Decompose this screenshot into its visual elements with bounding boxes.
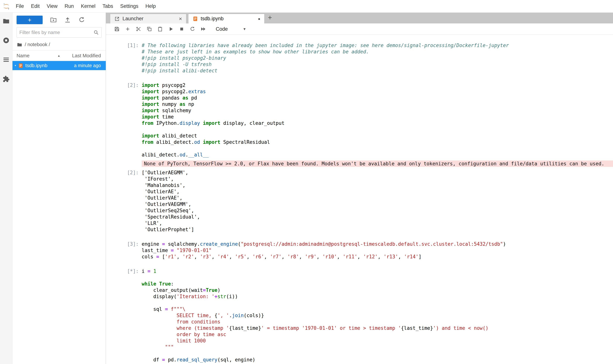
open-tabs-icon[interactable]	[3, 56, 10, 63]
output-line: 'IForest',	[142, 176, 613, 182]
code-line: # The following libraries have already b…	[142, 42, 613, 49]
code-line	[142, 300, 613, 306]
refresh-icon[interactable]	[78, 16, 85, 23]
code-cell[interactable]: [3]:engine = sqlalchemy.create_engine("p…	[106, 241, 613, 260]
output-line: 'OutlierSeq2Seq',	[142, 208, 613, 214]
menu-edit[interactable]: Edit	[27, 3, 43, 9]
upload-icon[interactable]	[64, 16, 71, 23]
cell-type-select[interactable]: Code ▾	[216, 26, 245, 32]
code-line: display('Iteration: '+str(i))	[142, 293, 613, 300]
tab-tsdb-notebook[interactable]: tsdb.ipynb ●	[188, 14, 265, 24]
code-line: engine = sqlalchemy.create_engine("postg…	[142, 241, 613, 247]
execution-prompt: [1]:	[106, 42, 142, 74]
restart-kernel-icon[interactable]	[190, 26, 195, 32]
output-line: 'OutlierVAEGMM',	[142, 201, 613, 208]
menu-settings[interactable]: Settings	[117, 3, 142, 9]
file-modified: a minute ago	[74, 63, 101, 68]
code-line: clear_output(wait=True)	[142, 287, 613, 293]
menu-file[interactable]: File	[12, 3, 27, 9]
notebook-cells: [1]:# The following libraries have alrea…	[106, 42, 613, 363]
tab-launcher[interactable]: Launcher ×	[110, 14, 186, 24]
menu-help[interactable]: Help	[142, 3, 159, 9]
code-line: from alibi_detect.od import SpectralResi…	[142, 139, 613, 145]
new-launcher-button[interactable]: +	[16, 16, 43, 24]
cell-input-area: [*]:i = 1 while True: clear_output(wait=…	[106, 268, 613, 363]
execution-prompt: [3]:	[106, 241, 142, 260]
cut-cells-icon[interactable]	[136, 26, 141, 32]
code-line: import alibi_detect	[142, 133, 613, 139]
unsaved-dot-icon[interactable]: ●	[258, 17, 260, 21]
add-cell-icon[interactable]	[125, 26, 131, 32]
code-editor[interactable]: # The following libraries have already b…	[142, 42, 613, 74]
output-line: 'LLR',	[142, 220, 613, 226]
jupyterlab-window: File Edit View Run Kernel Tabs Settings …	[0, 0, 613, 364]
code-line: import sqlalchemy	[142, 107, 613, 114]
code-line: import pandas as pd	[142, 95, 613, 101]
code-line	[142, 126, 613, 133]
new-tab-button[interactable]: +	[268, 14, 272, 21]
dirty-dot: •	[15, 64, 16, 68]
filter-files-input[interactable]: Filter files by name	[16, 27, 102, 38]
output-line: 'OutlierVAE',	[142, 195, 613, 201]
notebook-file-icon	[18, 63, 24, 68]
code-line: df = pd.read_sql_query(sql, engine)	[142, 357, 613, 363]
cell-input-area: [2]:import psycopg2import psycopg2.extra…	[106, 82, 613, 158]
main-area: Launcher × tsdb.ipynb ● +	[106, 13, 613, 364]
column-last-modified[interactable]: Last Modified	[72, 53, 101, 59]
code-line: limit 1000	[142, 338, 613, 344]
menu-view[interactable]: View	[43, 3, 61, 9]
copy-cells-icon[interactable]	[147, 26, 152, 32]
jupyter-logo-icon	[3, 3, 10, 10]
code-line: sql = f"""\	[142, 306, 613, 312]
running-kernels-icon[interactable]	[3, 37, 10, 44]
stop-kernel-icon[interactable]	[179, 26, 184, 32]
output-line: 'Mahalanobis',	[142, 182, 613, 188]
code-line: import numpy as np	[142, 101, 613, 107]
code-line: import time	[142, 114, 613, 120]
menu-tabs[interactable]: Tabs	[99, 3, 117, 9]
code-line: # These are just left in as examples to …	[142, 49, 613, 55]
filter-files-placeholder: Filter files by name	[19, 30, 93, 35]
notebook-scroll-area[interactable]: [1]:# The following libraries have alrea…	[106, 35, 613, 364]
notebook-toolbar: Code ▾	[106, 24, 613, 35]
file-browser-icon[interactable]	[3, 17, 10, 25]
code-line: #!pip install -U tsfresh	[142, 61, 613, 67]
code-line: last_time = "1970-01-01"	[142, 247, 613, 254]
folder-icon	[16, 42, 23, 47]
run-cell-icon[interactable]	[168, 26, 174, 32]
breadcrumb-path: / notebook /	[25, 42, 50, 47]
tab-label: tsdb.ipynb	[201, 16, 224, 22]
menu-run[interactable]: Run	[61, 3, 77, 9]
code-editor[interactable]: engine = sqlalchemy.create_engine("postg…	[142, 241, 613, 260]
code-line: import psycopg2	[142, 82, 613, 88]
code-line: #!pip install alibi-detect	[142, 67, 613, 74]
save-icon[interactable]	[114, 26, 120, 32]
code-cell[interactable]: [*]:i = 1 while True: clear_output(wait=…	[106, 268, 613, 363]
restart-run-all-icon[interactable]	[201, 26, 206, 32]
search-icon	[93, 30, 99, 35]
extensions-icon[interactable]	[3, 76, 10, 83]
breadcrumb[interactable]: / notebook /	[13, 38, 106, 51]
code-line: while True:	[142, 281, 613, 287]
code-line: where (timestamp '{last_time}' = timesta…	[142, 325, 613, 331]
sort-caret-icon[interactable]: ▲	[57, 54, 60, 57]
output-line: ['OutlierAEGMM',	[142, 169, 613, 176]
close-icon[interactable]: ×	[179, 16, 182, 22]
code-cell[interactable]: [2]:import psycopg2import psycopg2.extra…	[106, 82, 613, 233]
column-name[interactable]: Name	[16, 53, 29, 59]
code-line: from conditions	[142, 319, 613, 325]
code-cell[interactable]: [1]:# The following libraries have alrea…	[106, 42, 613, 74]
menu-kernel[interactable]: Kernel	[77, 3, 99, 9]
code-editor[interactable]: i = 1 while True: clear_output(wait=True…	[142, 268, 613, 363]
code-editor[interactable]: import psycopg2import psycopg2.extrasimp…	[142, 82, 613, 158]
file-row-selected[interactable]: • tsdb.ipynb a minute ago	[13, 61, 106, 70]
stderr-text: None of PyTorch, TensorFlow >= 2.0, or F…	[142, 160, 613, 167]
file-browser-toolbar: +	[13, 13, 106, 26]
code-line	[142, 274, 613, 281]
chevron-down-icon: ▾	[244, 26, 245, 31]
tab-bar: Launcher × tsdb.ipynb ● +	[106, 13, 613, 24]
left-activity-bar	[0, 13, 13, 364]
output-line: 'OutlierProphet']	[142, 226, 613, 233]
paste-cells-icon[interactable]	[157, 26, 163, 32]
new-folder-icon[interactable]	[50, 16, 57, 23]
